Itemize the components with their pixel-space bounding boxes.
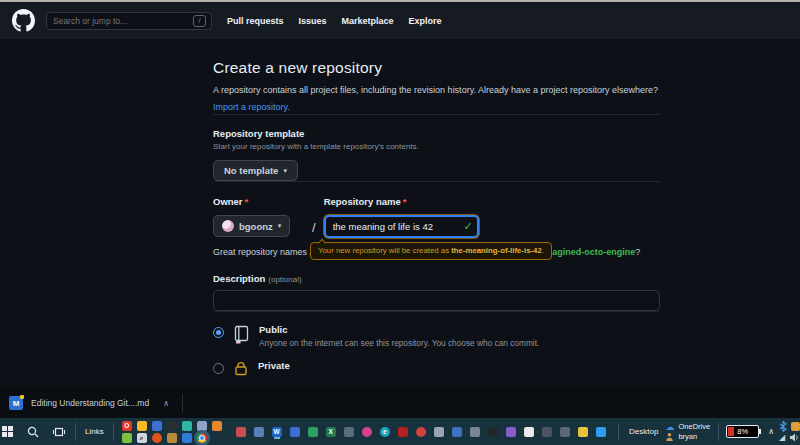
orange-app-icon[interactable] [152, 433, 162, 443]
description-label: Description(optional) [213, 273, 660, 284]
edge-icon[interactable]: e [380, 427, 390, 437]
public-label: Public [259, 324, 539, 335]
photos-icon[interactable] [122, 433, 132, 443]
required-asterisk: * [245, 196, 249, 207]
vscode-icon[interactable] [596, 427, 606, 437]
app-gray-icon[interactable] [344, 427, 354, 437]
task-view-icon[interactable] [46, 418, 72, 445]
no-template-dropdown[interactable]: No template ▾ [213, 160, 298, 181]
document-app-icon[interactable] [524, 427, 534, 437]
volume-icon[interactable] [789, 433, 799, 442]
taskbar-search-icon[interactable] [20, 418, 46, 445]
required-asterisk: * [403, 196, 407, 207]
search-input[interactable] [47, 16, 193, 26]
chrome-icon[interactable] [197, 433, 207, 443]
github-logo-icon[interactable] [12, 9, 35, 32]
create-repository-page: Create a new repository A repository con… [0, 39, 800, 388]
repository-name-input[interactable] [324, 215, 479, 238]
links-toolbar[interactable]: Links [79, 427, 110, 436]
app-slate-icon[interactable] [254, 427, 264, 437]
app-blue-icon[interactable] [290, 427, 300, 437]
start-button[interactable] [0, 418, 20, 445]
nav-pull-requests[interactable]: Pull requests [227, 16, 284, 26]
gallery-icon[interactable] [167, 433, 177, 443]
docs-app-icon[interactable] [197, 421, 207, 431]
onedrive-item[interactable]: ☁OneDrive [665, 422, 710, 431]
divider [182, 394, 183, 412]
show-hidden-icons-chevron[interactable]: ∧ [768, 427, 774, 436]
private-option: Private [213, 360, 660, 380]
public-option: Public Anyone on the internet can see th… [213, 324, 660, 348]
pinned-apps-row-top: O [122, 421, 222, 431]
excel-icon[interactable]: X [326, 427, 336, 437]
import-repository-link[interactable]: Import a repository. [213, 102, 290, 112]
repo-slug: the-meaning-of-life-is-42 [451, 246, 542, 255]
battery-level-fill [728, 427, 734, 436]
desktop-toolbar[interactable]: Desktop [622, 427, 665, 436]
repository-template-description: Start your repository with a template re… [213, 142, 660, 151]
blue-tool-icon[interactable] [182, 433, 192, 443]
diamond-app-icon[interactable] [308, 427, 318, 437]
editor-tab[interactable]: M Editing Understanding Git....md ∧ [0, 396, 169, 410]
divider [75, 423, 76, 441]
windows-taskbar: Links O ⌕ WXe Desktop ☁OneDrive bryan 8%… [0, 418, 800, 445]
terminal-icon[interactable] [167, 421, 177, 431]
battery-indicator[interactable]: 8% [726, 425, 759, 438]
magenta-app-icon[interactable] [362, 427, 372, 437]
minimized-editor-bar: M Editing Understanding Git....md ∧ [0, 388, 800, 418]
page-title: Create a new repository [213, 59, 660, 77]
chevron-up-icon[interactable]: ∧ [163, 399, 169, 408]
divider [113, 423, 114, 441]
optional-hint: (optional) [268, 275, 301, 284]
bookmark-app-icon[interactable] [212, 421, 222, 431]
private-radio[interactable] [213, 363, 224, 374]
public-radio[interactable] [213, 327, 224, 338]
nav-explore[interactable]: Explore [409, 16, 442, 26]
bluetooth-icon[interactable] [779, 421, 787, 432]
penguin-app-icon[interactable] [578, 427, 588, 437]
window-app-icon[interactable] [560, 427, 570, 437]
lock-icon [233, 361, 249, 380]
divider [213, 311, 660, 312]
private-label: Private [258, 360, 290, 371]
description-input[interactable] [213, 290, 660, 311]
monitor-app-icon[interactable] [434, 427, 444, 437]
editor-tab-label: Editing Understanding Git....md [31, 398, 149, 408]
owner-dropdown[interactable]: bgoonz ▾ [213, 215, 290, 237]
file-explorer-icon[interactable] [137, 421, 147, 431]
nav-issues[interactable]: Issues [299, 16, 327, 26]
home-app-icon[interactable] [452, 427, 462, 437]
page-subtitle: A repository contains all project files,… [213, 84, 660, 96]
divider [213, 114, 660, 115]
sphere-app-icon[interactable] [182, 421, 192, 431]
slash-shortcut-key: / [193, 15, 206, 27]
dark-circle-app-icon[interactable] [488, 427, 498, 437]
search-tool-icon[interactable]: ⌕ [137, 433, 147, 443]
person-icon [665, 432, 674, 441]
photoshop-icon[interactable] [152, 421, 162, 431]
header-search: / [46, 12, 212, 30]
repo-slug-tooltip: Your new repository will be created as t… [310, 242, 552, 260]
divider [718, 423, 719, 441]
word-icon[interactable]: W [272, 427, 282, 437]
window-top-edge [0, 0, 800, 2]
opera-icon[interactable]: O [122, 421, 132, 431]
app-darkred-icon[interactable] [398, 427, 408, 437]
markdown-editor-icon: M [9, 396, 23, 410]
repository-name-label: Repository name* [324, 196, 479, 207]
chevron-down-icon: ▾ [278, 222, 282, 230]
red-circle-app-icon[interactable] [416, 427, 426, 437]
divider [618, 423, 619, 441]
tools-app-icon[interactable] [470, 427, 480, 437]
app-red-icon[interactable] [236, 427, 246, 437]
nav-marketplace[interactable]: Marketplace [342, 16, 394, 26]
network-icon[interactable]: ◢ [779, 434, 785, 442]
console-app-icon[interactable] [542, 427, 552, 437]
battery-percent: 8% [737, 427, 748, 436]
user-item[interactable]: bryan [665, 432, 710, 441]
public-description: Anyone on the internet can see this repo… [259, 338, 539, 348]
stats-app-icon[interactable] [506, 427, 516, 437]
tray-app-icon[interactable] [791, 422, 800, 431]
chevron-down-icon: ▾ [283, 167, 287, 175]
open-apps-row: WXe [236, 427, 606, 437]
